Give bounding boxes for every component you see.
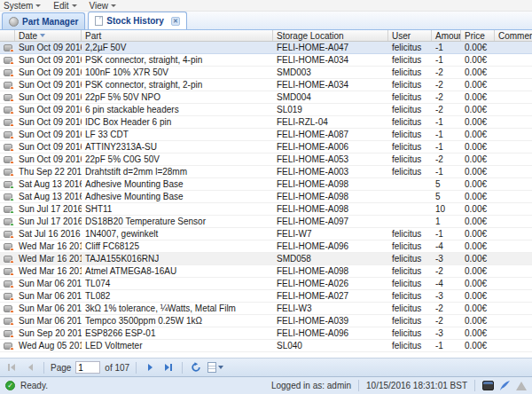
cell-storage-location: SL019 [273,105,388,114]
export-button[interactable] [207,362,223,373]
table-row[interactable]: Sun Oct 09 2016 11...IDC Box Header 6 pi… [0,116,532,129]
table-row[interactable]: Wed Aug 05 2015 1...LED VoltmeterSL040fe… [0,340,532,352]
table-row[interactable]: Sun Mar 06 2016 11...3kΩ 1% tolerance, ¼… [0,303,532,315]
cell-amount: 1 [432,217,461,226]
table-row[interactable]: Sun Oct 09 2016 11...2,2µF 50VFELI-HOME-… [0,42,532,54]
column-header-storage-location[interactable]: Storage Location [273,30,388,41]
stock-remove-icon [0,144,15,151]
cell-price: 0.00€ [461,316,495,326]
table-row[interactable]: Sun Mar 06 2016 11...Tempco 3500ppm 0.25… [0,315,532,327]
cell-part: 2,2µF 50V [82,43,273,52]
column-header-user[interactable]: User [388,30,432,41]
cell-part: IDC Box Header 6 pin [82,117,273,127]
cell-part: Tempco 3500ppm 0.25W 1kΩ [82,316,273,326]
status-text: Ready. [20,381,48,390]
chevron-down-icon [111,4,116,7]
cell-date: Sun Sep 20 2015 0... [15,328,82,338]
cell-amount: -2 [432,266,461,276]
menu-system[interactable]: System [4,1,41,11]
cell-storage-location: FELI-HOME-A034 [273,80,388,90]
cell-part: DS18B20 Temperature Sensor [82,217,273,226]
cell-amount: -1 [432,142,461,152]
cell-amount: -2 [432,92,461,102]
close-icon[interactable]: ✕ [171,17,180,26]
stock-remove-icon [0,106,15,114]
menu-view[interactable]: View [90,1,117,11]
tab-bar: Part Manager Stock History ✕ [0,12,532,30]
refresh-button[interactable] [189,360,203,374]
table-row[interactable]: Sun Oct 09 2016 09...22pF 5% C0G 50VFELI… [0,154,532,166]
cell-price: 0.00€ [461,279,495,288]
next-page-button[interactable] [143,360,157,374]
table-row[interactable]: Sun Sep 20 2015 0...ESP8266 ESP-01FELI-H… [0,327,532,340]
table-row[interactable]: Sun Oct 09 2016 11...PSK connector, stra… [0,54,532,67]
cell-price: 0.00€ [461,167,495,177]
table-row[interactable]: Sun Oct 09 2016 11...6 pin stackable hea… [0,104,532,116]
cell-user: felicitus [388,92,432,102]
stock-remove-icon [0,343,15,350]
tab-stock-history[interactable]: Stock History ✕ [88,12,186,29]
stock-remove-icon [0,169,15,176]
table-row[interactable]: Sat Jul 16 2016 13:...1N4007, gewinkeltF… [0,228,532,240]
menu-edit[interactable]: Edit [53,1,76,11]
cell-storage-location: FELI-HOME-A098 [273,204,388,214]
tab-part-manager[interactable]: Part Manager [2,12,85,29]
cell-part: Drahtstift d=2mm l=28mm [82,167,273,177]
table-row[interactable]: Sun Jul 17 2016 13:...SHT11FELI-HOME-A09… [0,203,532,216]
last-page-button[interactable] [161,360,176,374]
cell-price: 0.00€ [461,291,495,301]
page-number-input[interactable] [75,361,100,374]
cell-user: felicitus [388,80,432,90]
cell-storage-location: FELI-HOME-A026 [273,279,388,288]
table-row[interactable]: Sun Oct 09 2016 09...ATTINY2313A-SUFELI-… [0,141,532,154]
table-row[interactable]: Sun Oct 09 2016 11...22pF 5% 50V NPOSMD0… [0,91,532,104]
table-row[interactable]: Sun Oct 09 2016 11...LF 33 CDTFELI-HOME-… [0,129,532,141]
page-label: Page [51,363,71,373]
cell-date: Sun Oct 09 2016 11... [15,80,82,90]
cell-user: felicitus [388,55,432,65]
table-row[interactable]: Sun Mar 06 2016 11...TL082FELI-HOME-A027… [0,290,532,303]
cell-part: SHT11 [82,204,273,214]
first-page-button[interactable] [4,360,19,374]
cell-user: felicitus [388,254,432,264]
table-row[interactable]: Sun Mar 06 2016 11...TL074FELI-HOME-A026… [0,278,532,290]
cell-date: Sun Oct 09 2016 11... [15,43,82,52]
cell-price: 0.00€ [461,67,495,77]
cell-storage-location: SL040 [273,341,388,351]
table-row[interactable]: Sun Jul 17 2016 13:...DS18B20 Temperatur… [0,216,532,228]
cell-part: 1N4007, gewinkelt [82,229,273,239]
cell-price: 0.00€ [461,179,495,189]
terminal-icon[interactable] [482,381,494,390]
stock-remove-icon [0,156,15,163]
cell-amount: -1 [432,167,461,177]
column-header-part[interactable]: Part [82,30,273,41]
table-row[interactable]: Sun Oct 09 2016 11...PSK connector, stra… [0,79,532,91]
cell-user: felicitus [388,142,432,152]
column-header-date[interactable]: Date [15,30,82,41]
table-row[interactable]: Sun Oct 09 2016 11...100nF 10% X7R 50VSM… [0,67,532,79]
table-row[interactable]: Wed Mar 16 2016 1...Atmel ATMEGA8-16AUFE… [0,265,532,278]
table-row[interactable]: Sat Aug 13 2016 11...Adhesive Mounting B… [0,191,532,203]
column-header-user-label: User [392,31,411,41]
column-header-comment[interactable]: Comment [495,30,532,41]
feather-icon[interactable] [499,380,511,391]
column-header-type-icon[interactable] [0,30,15,41]
column-header-amount[interactable]: Amount [432,30,461,41]
cell-part: TL074 [82,279,273,288]
table-row[interactable]: Wed Mar 16 2016 1...TAJA155K016RNJSMD058… [0,253,532,265]
cell-date: Wed Aug 05 2015 1... [15,341,82,351]
cell-storage-location: SMD004 [273,92,388,102]
stock-add-icon [0,181,15,188]
status-bar: ✓ Ready. Logged in as: admin 10/15/2016 … [0,376,532,394]
table-row[interactable]: Thu Sep 22 2016 21...Drahtstift d=2mm l=… [0,166,532,178]
previous-page-button[interactable] [23,360,37,374]
stock-remove-icon [0,119,15,126]
table-row[interactable]: Wed Mar 16 2016 1...Cliff FC68125FELI-HO… [0,240,532,253]
chevron-down-icon [35,4,41,7]
stock-remove-icon [0,256,15,263]
column-header-price[interactable]: Price [461,30,495,41]
cell-user: felicitus [388,241,432,251]
cell-amount: -2 [432,67,461,77]
table-row[interactable]: Sat Aug 13 2016 11...Adhesive Mounting B… [0,178,532,191]
warning-triangle-icon[interactable] [516,382,527,390]
